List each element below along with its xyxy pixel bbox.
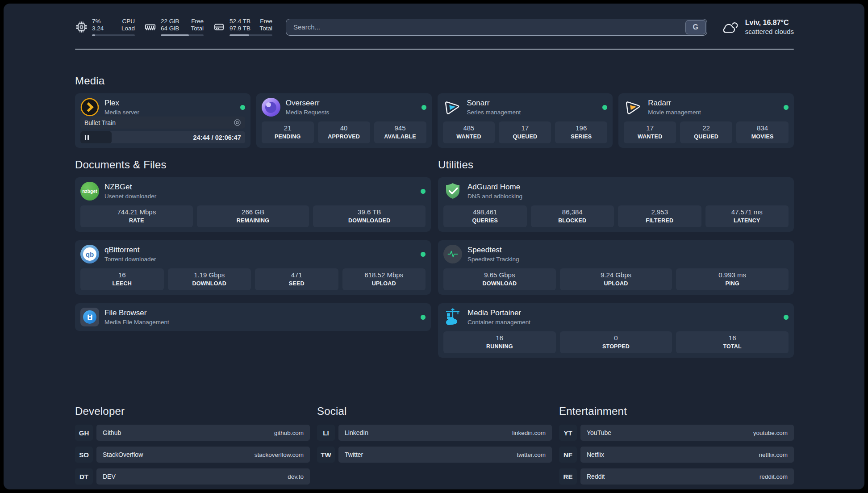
stat-tile: 0 STOPPED — [560, 331, 672, 353]
stat-label: QUERIES — [444, 217, 526, 224]
bookmark-name: Github — [103, 429, 121, 436]
cpu-load-label: Load — [121, 25, 135, 32]
stat-tile: 9.24 Gbps UPLOAD — [560, 268, 672, 290]
service-description: Media server — [104, 109, 139, 116]
stat-tile: 498,461 QUERIES — [443, 205, 527, 227]
stat-value: 17 — [625, 124, 675, 133]
stat-value: 498,461 — [444, 208, 526, 217]
stat-label: TOTAL — [677, 343, 788, 350]
bookmark-row-dev[interactable]: DT DEV dev.to — [75, 468, 310, 485]
stat-value: 2,953 — [619, 208, 701, 217]
bookmark-url: dev.to — [288, 473, 304, 480]
bookmark-group-entertainment: Entertainment YT YouTube youtube.com NF … — [559, 380, 794, 485]
stat-label: QUEUED — [500, 133, 550, 140]
section-title-developer: Developer — [75, 405, 310, 418]
service-card-portainer[interactable]: Media Portainer Container management 16 … — [438, 303, 794, 358]
service-card-qbittorrent[interactable]: qb qBittorrent Torrent downloader 16 LEE… — [75, 240, 431, 295]
stat-value: 16 — [81, 271, 163, 280]
bookmark-group-social: Social LI LinkedIn linkedin.com TW Twitt… — [317, 380, 552, 485]
memory-icon — [144, 21, 156, 33]
stat-value: 945 — [375, 124, 426, 133]
bookmark-row-linkedin[interactable]: LI LinkedIn linkedin.com — [317, 425, 552, 441]
stat-tile: 17 QUEUED — [499, 121, 551, 143]
stat-tile: 16 TOTAL — [676, 331, 789, 353]
status-dot — [421, 315, 426, 320]
cpu-progress-bar — [92, 34, 135, 36]
stat-tile: 618.52 Mbps UPLOAD — [342, 268, 426, 290]
service-card-filebrowser[interactable]: File Browser Media File Management — [75, 303, 431, 331]
status-dot — [602, 105, 607, 110]
sonarr-icon — [443, 98, 462, 117]
stat-value: 1.19 Gbps — [169, 271, 250, 280]
camera-icon — [234, 119, 241, 126]
stat-label: PENDING — [263, 133, 313, 140]
service-card-overseerr[interactable]: Overseerr Media Requests 21 PENDING 40 A… — [256, 93, 432, 148]
bookmark-name: DEV — [103, 473, 116, 480]
service-card-speedtest[interactable]: Speedtest Speedtest Tracking 9.65 Gbps D… — [438, 240, 794, 295]
disk-icon — [213, 21, 225, 33]
stat-tile: 39.6 TB DOWNLOADED — [313, 205, 426, 227]
cpu-widget: 7% 3.24 CPU Load — [75, 18, 135, 36]
playback-time: 24:44 / 02:06:47 — [193, 134, 241, 141]
status-dot — [784, 315, 789, 320]
stat-value: 40 — [319, 124, 369, 133]
stat-value: 17 — [500, 124, 550, 133]
service-card-plex[interactable]: Plex Media server Bullet Train 24:44 / 0… — [75, 93, 250, 148]
bookmark-row-stackoverflow[interactable]: SO StackOverflow stackoverflow.com — [75, 447, 310, 463]
stat-label: BLOCKED — [532, 217, 613, 224]
service-name: Plex — [104, 99, 139, 108]
bookmark-url: github.com — [274, 430, 304, 436]
section-title-documents: Documents & Files — [75, 159, 431, 171]
service-card-radarr[interactable]: Radarr Movie management 17 WANTED 22 QUE… — [618, 93, 794, 148]
service-card-adguard[interactable]: AdGuard Home DNS and adblocking 498,461 … — [438, 177, 794, 232]
bookmark-name: Netflix — [587, 451, 604, 458]
search-input[interactable] — [286, 19, 707, 36]
playback-progress-row: 24:44 / 02:06:47 — [80, 131, 245, 143]
bookmark-row-youtube[interactable]: YT YouTube youtube.com — [559, 425, 794, 441]
service-card-nzbget[interactable]: nzbget NZBGet Usenet downloader 744.21 M… — [75, 177, 431, 232]
service-card-sonarr[interactable]: Sonarr Series management 485 WANTED 17 Q… — [438, 93, 613, 148]
bookmark-row-github[interactable]: GH Github github.com — [75, 425, 310, 441]
service-description: Media Requests — [286, 109, 330, 116]
service-name: NZBGet — [104, 183, 156, 192]
bookmark-name: Reddit — [587, 473, 605, 480]
stat-tile: 266 GB REMAINING — [197, 205, 309, 227]
bookmark-url: twitter.com — [517, 451, 546, 458]
disk-free-label: Free — [259, 18, 272, 25]
stat-value: 16 — [444, 334, 555, 343]
memory-progress-bar — [161, 34, 204, 36]
stat-tile: 16 LEECH — [80, 268, 164, 290]
stat-label: QUEUED — [681, 133, 731, 140]
disk-free-value: 52.4 TB — [230, 18, 250, 25]
service-description: Container management — [467, 319, 530, 326]
service-description: Series management — [467, 109, 521, 116]
service-name: AdGuard Home — [467, 183, 522, 192]
pause-icon — [85, 135, 89, 140]
stat-tile: 17 WANTED — [624, 121, 676, 143]
status-dot — [421, 105, 426, 110]
status-dot — [784, 105, 789, 110]
memory-widget: 22 GiB 64 GiB Free Total — [144, 18, 204, 36]
section-title-media: Media — [75, 75, 794, 87]
stat-tile: 86,384 BLOCKED — [531, 205, 614, 227]
stat-tile: 0.993 ms PING — [676, 268, 789, 290]
search-provider-button[interactable]: G — [685, 20, 706, 34]
service-description: DNS and adblocking — [467, 193, 522, 200]
bookmark-abbr: YT — [559, 425, 577, 441]
stat-value: 196 — [556, 124, 606, 133]
stat-value: 744.21 Mbps — [81, 208, 192, 217]
qbittorrent-icon: qb — [80, 245, 99, 263]
bookmark-row-netflix[interactable]: NF Netflix netflix.com — [559, 447, 794, 463]
stat-value: 0.993 ms — [677, 271, 788, 280]
bookmark-row-twitter[interactable]: TW Twitter twitter.com — [317, 447, 552, 463]
service-name: qBittorrent — [104, 246, 156, 255]
bookmark-row-reddit[interactable]: RE Reddit reddit.com — [559, 468, 794, 485]
disk-total-value: 97.9 TB — [230, 25, 250, 32]
bookmark-name: Twitter — [345, 451, 363, 458]
dashboard: 7% 3.24 CPU Load — [4, 4, 864, 489]
weather-location-temp: Lviv, 16.87°C — [745, 18, 794, 27]
system-resources: 7% 3.24 CPU Load — [75, 18, 272, 36]
status-dot — [421, 189, 426, 194]
stat-tile: 471 SEED — [255, 268, 338, 290]
stat-value: 86,384 — [532, 208, 613, 217]
